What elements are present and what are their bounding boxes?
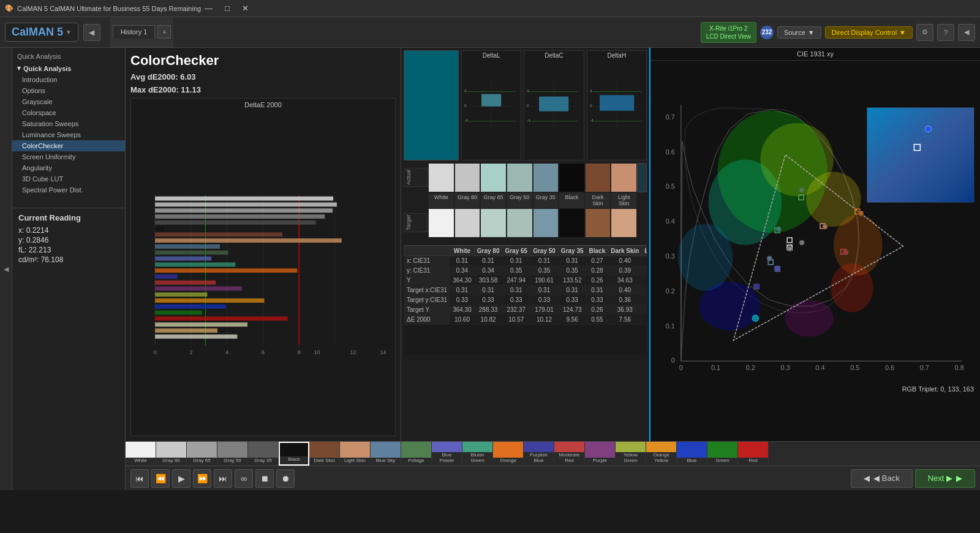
- cie-title: CIE 1931 xy: [650, 48, 980, 61]
- patch-white[interactable]: White: [126, 442, 156, 466]
- patch-orangeyellow-label: OrangeYellow: [652, 452, 670, 464]
- transport-play-btn[interactable]: ▶: [172, 469, 190, 488]
- transport-rewind-btn[interactable]: ⏪: [151, 469, 170, 488]
- sidebar-item-screen-uniformity[interactable]: Screen Uniformity: [12, 151, 125, 162]
- col-header-black: Black: [586, 246, 608, 256]
- col-header-lightskin: Light Skin: [642, 246, 647, 256]
- patch-foliage[interactable]: Foliage: [401, 442, 432, 466]
- transport-ff-btn[interactable]: ⏩: [193, 469, 211, 488]
- svg-text:0.7: 0.7: [920, 364, 929, 371]
- sidebar-toggle[interactable]: ◀: [0, 48, 12, 490]
- minimize-button[interactable]: —: [201, 2, 216, 14]
- table-cell: 0.33: [586, 295, 608, 305]
- transport-next-btn[interactable]: ⏭: [214, 469, 232, 488]
- sidebar-item-colorspace[interactable]: Colorspace: [12, 107, 125, 118]
- table-row: x: CIE310.310.310.310.310.310.270.400.37…: [404, 256, 647, 266]
- device-button[interactable]: X-Rite i1Pro 2 LCD Direct View: [701, 22, 756, 43]
- tab-history1[interactable]: History 1: [113, 25, 155, 39]
- patch-red[interactable]: Red: [738, 442, 769, 466]
- svg-text:0: 0: [527, 104, 529, 108]
- content-area: ColorChecker Avg dE2000: 6.03 Max dE2000…: [126, 48, 980, 490]
- transport-record-btn[interactable]: ⏺: [276, 469, 295, 488]
- settings-button[interactable]: ⚙: [916, 24, 933, 41]
- table-cell: 190.61: [530, 276, 559, 285]
- table-cell: 127.29: [642, 305, 647, 315]
- patch-strip[interactable]: White Gray 80 Gray 65 Gray 50 Gray 35 Bl…: [126, 441, 980, 466]
- logo[interactable]: CalMAN 5 ▼: [5, 23, 78, 42]
- cie-chart[interactable]: 0 0.1 0.2 0.3 0.4 0.5 0.6 0.7 0.8 0 0.1 …: [650, 61, 980, 436]
- patch-gray35[interactable]: Gray 35: [248, 442, 279, 466]
- patch-gray50[interactable]: Gray 50: [217, 442, 248, 466]
- sidebar-item-saturation[interactable]: Saturation Sweeps: [12, 118, 125, 129]
- patch-purplishblue[interactable]: PurplishBlue: [524, 442, 554, 466]
- sidebar-item-colorchecker[interactable]: ColorChecker: [12, 140, 125, 151]
- svg-rect-17: [155, 202, 337, 206]
- svg-text:2: 2: [190, 349, 193, 355]
- patch-black[interactable]: Black: [279, 442, 309, 466]
- patch-lightskin[interactable]: Light Skin: [340, 442, 371, 466]
- sidebar-item-angularity[interactable]: Angularity: [12, 162, 125, 173]
- svg-point-105: [787, 246, 792, 251]
- deltah-title: DeltaH: [587, 51, 646, 60]
- svg-text:0.1: 0.1: [666, 322, 675, 330]
- current-x: x: 0.2214: [18, 226, 119, 235]
- next-button[interactable]: Next ▶ ▶: [915, 469, 975, 488]
- patch-green-color: [707, 442, 737, 458]
- close-button[interactable]: ✕: [238, 2, 252, 14]
- patch-yellowgreen[interactable]: YellowGreen: [616, 442, 646, 466]
- swatch-target-5: [559, 208, 585, 238]
- patch-gray80[interactable]: Gray 80: [156, 442, 187, 466]
- table-cell: 0.31: [474, 285, 502, 295]
- transport-loop-btn[interactable]: ∞: [235, 469, 253, 488]
- deltae-chart: DeltaE 2000: [130, 98, 396, 436]
- patch-moderatered[interactable]: ModerateRed: [554, 442, 585, 466]
- help-button[interactable]: ?: [937, 24, 954, 41]
- device-mode: LCD Direct View: [706, 32, 751, 40]
- table-row-label: Target x:CIE31: [404, 285, 450, 295]
- svg-text:0.7: 0.7: [666, 113, 675, 121]
- table-cell: 0.40: [608, 285, 642, 295]
- source-button[interactable]: Source ▼: [777, 26, 821, 39]
- transport-prev-btn[interactable]: ⏮: [130, 469, 149, 488]
- patch-darkskin[interactable]: Dark Skin: [309, 442, 340, 466]
- patch-bluishgreen[interactable]: BluishGreen: [462, 442, 493, 466]
- svg-point-108: [799, 187, 804, 192]
- sidebar-item-spectral[interactable]: Spectral Power Dist.: [12, 184, 125, 195]
- sidebar-item-luminance[interactable]: Luminance Sweeps: [12, 129, 125, 140]
- back-button[interactable]: ◀ ◀ Back: [851, 469, 913, 488]
- topbar-right: X-Rite i1Pro 2 LCD Direct View 232 Sourc…: [701, 22, 975, 43]
- patch-blueflower[interactable]: BlueFlower: [432, 442, 462, 466]
- tab-add-button[interactable]: +: [157, 25, 171, 39]
- transport-stop-btn[interactable]: ⏹: [255, 469, 274, 488]
- maximize-button[interactable]: □: [221, 2, 233, 14]
- direct-control-button[interactable]: Direct Display Control ▼: [825, 26, 913, 39]
- patch-orange[interactable]: Orange: [493, 442, 524, 466]
- table-cell: 11.13: [642, 315, 647, 325]
- table-cell: 179.01: [530, 305, 559, 315]
- sidebar-item-3d-cube-lut[interactable]: 3D Cube LUT: [12, 173, 125, 184]
- sidebar-item-introduction[interactable]: Introduction: [12, 74, 125, 85]
- patch-purple[interactable]: Purple: [585, 442, 616, 466]
- patch-green[interactable]: Green: [707, 442, 738, 466]
- patch-orangeyellow[interactable]: OrangeYellow: [646, 442, 677, 466]
- data-table-area[interactable]: White Gray 80 Gray 65 Gray 50 Gray 35 Bl…: [404, 245, 647, 355]
- table-cell: 0.38: [642, 285, 647, 295]
- svg-rect-18: [155, 208, 333, 213]
- svg-text:0: 0: [679, 364, 683, 371]
- patch-lightskin-label: Light Skin: [344, 458, 366, 464]
- collapse-right-button[interactable]: ◀: [958, 24, 975, 41]
- sidebar-item-options[interactable]: Options: [12, 85, 125, 96]
- sidebar-parent-quickanalysis[interactable]: ▾ Quick Analysis: [12, 62, 125, 74]
- svg-point-91: [785, 300, 834, 337]
- patch-bluesky[interactable]: Blue Sky: [371, 442, 401, 466]
- table-cell: 0.33: [450, 295, 475, 305]
- svg-text:10: 10: [314, 349, 320, 355]
- svg-text:0: 0: [464, 104, 467, 108]
- table-cell: 0.37: [642, 256, 647, 266]
- back-icon-button[interactable]: ◀: [83, 24, 100, 41]
- channel-badge[interactable]: 232: [760, 26, 774, 39]
- sidebar-item-grayscale[interactable]: Grayscale: [12, 96, 125, 107]
- svg-text:4: 4: [590, 89, 592, 93]
- patch-blue[interactable]: Blue: [677, 442, 707, 466]
- patch-gray65[interactable]: Gray 65: [187, 442, 217, 466]
